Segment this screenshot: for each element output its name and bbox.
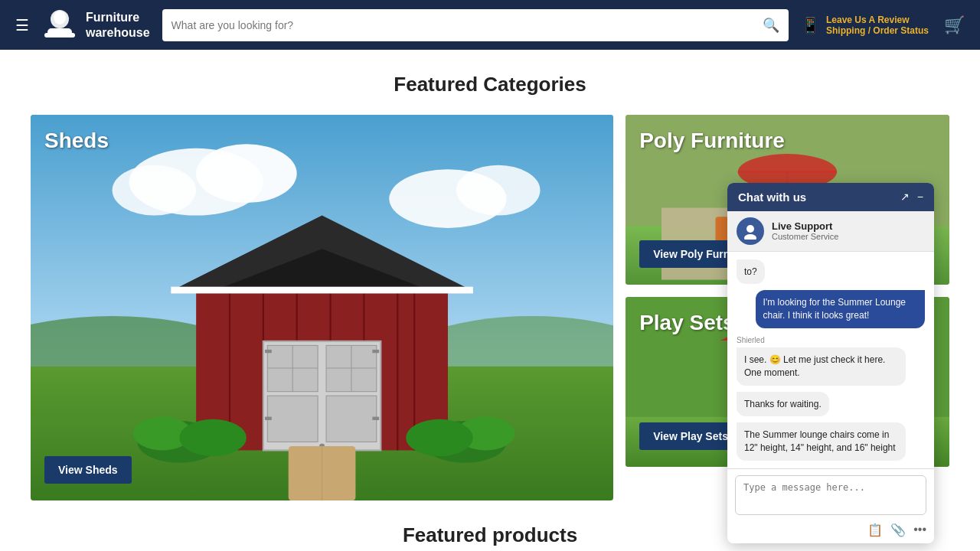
- chat-toolbar-copy-icon[interactable]: 📋: [867, 523, 883, 537]
- review-line1: Leave Us A Review: [826, 15, 929, 25]
- svg-rect-35: [265, 417, 272, 420]
- search-icon[interactable]: 🔍: [763, 17, 779, 34]
- chat-header-title: Chat with us: [738, 191, 806, 204]
- shed-scene-svg: [31, 115, 613, 500]
- sheds-label: Sheds: [44, 129, 109, 153]
- chat-messages: to? I'm looking for the Summer Lounge ch…: [727, 252, 934, 468]
- chat-widget: Chat with us ↗ − Live Support Customer S…: [727, 183, 934, 543]
- category-card-sheds: Sheds View Sheds: [31, 115, 613, 500]
- svg-point-75: [746, 225, 754, 233]
- review-line2: Shipping / Order Status: [826, 25, 929, 36]
- logo-text: Furniture warehouse: [86, 10, 150, 39]
- review-link[interactable]: 📱 Leave Us A Review Shipping / Order Sta…: [801, 15, 929, 36]
- svg-point-42: [179, 419, 247, 456]
- chat-input[interactable]: [735, 475, 926, 515]
- chat-message-agent-2: Thanks for waiting.: [737, 392, 829, 417]
- logo-link[interactable]: Furniture warehouse: [41, 7, 150, 44]
- chat-minimize-icon[interactable]: −: [917, 191, 923, 203]
- chat-input-area: 📋 📎 •••: [727, 468, 934, 543]
- chat-message-user-0: I'm looking for the Summer Lounge chair.…: [756, 290, 925, 328]
- chat-expand-icon[interactable]: ↗: [900, 191, 910, 203]
- chat-header-icons: ↗ −: [900, 191, 923, 203]
- chat-message-agent-3: The Summer lounge chairs come in 12" hei…: [737, 422, 906, 461]
- chat-message-agent-1: I see. 😊 Let me just check it here. One …: [737, 347, 906, 386]
- logo-icon: [41, 7, 78, 44]
- search-input[interactable]: [172, 19, 756, 31]
- svg-point-1: [54, 11, 66, 24]
- header-right: 📱 Leave Us A Review Shipping / Order Sta…: [801, 15, 965, 36]
- chat-agent-info: Live Support Customer Service: [772, 220, 838, 241]
- svg-rect-28: [267, 396, 318, 442]
- cart-icon[interactable]: 🛒: [944, 15, 965, 35]
- svg-rect-29: [326, 396, 377, 442]
- svg-point-6: [196, 144, 297, 203]
- svg-rect-36: [372, 350, 379, 353]
- svg-rect-24: [171, 287, 473, 294]
- poly-furniture-label: Poly Furniture: [639, 129, 785, 153]
- menu-icon[interactable]: ☰: [15, 16, 29, 34]
- chat-toolbar-more-icon[interactable]: •••: [913, 523, 926, 537]
- chat-header: Chat with us ↗ −: [727, 183, 934, 211]
- svg-point-76: [744, 234, 756, 240]
- section-title: Featured Categories: [31, 73, 949, 96]
- chat-sender-label: Shierled: [737, 336, 765, 344]
- svg-point-45: [406, 419, 473, 456]
- chat-agent-name: Live Support: [772, 220, 838, 232]
- chat-message-agent-0: to?: [737, 259, 765, 285]
- svg-rect-3: [44, 33, 75, 37]
- view-play-sets-button[interactable]: View Play Sets: [639, 422, 742, 450]
- site-header: ☰ Furniture warehouse 🔍 📱 Leave Us A Rev…: [0, 0, 980, 50]
- phone-icon: 📱: [801, 16, 820, 34]
- chat-toolbar-attach-icon[interactable]: 📎: [890, 523, 906, 537]
- play-sets-label: Play Sets: [639, 311, 735, 335]
- search-bar[interactable]: 🔍: [162, 9, 789, 41]
- chat-agent-avatar: [737, 217, 764, 245]
- svg-point-7: [113, 165, 197, 216]
- chat-input-toolbar: 📋 📎 •••: [735, 518, 926, 537]
- chat-agent-role: Customer Service: [772, 232, 838, 241]
- chat-agent-bar: Live Support Customer Service: [727, 211, 934, 252]
- review-text: Leave Us A Review Shipping / Order Statu…: [826, 15, 929, 36]
- view-sheds-button[interactable]: View Sheds: [44, 456, 132, 484]
- svg-rect-37: [372, 417, 379, 420]
- svg-point-9: [456, 165, 541, 216]
- svg-rect-34: [265, 350, 272, 353]
